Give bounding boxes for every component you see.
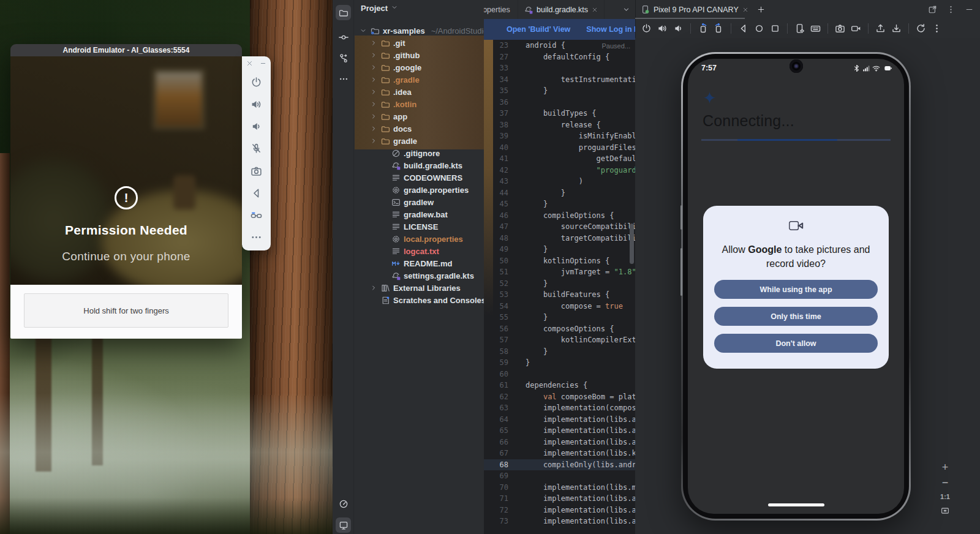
chevron-right-icon[interactable] [370, 51, 378, 59]
code-line-57[interactable]: 57 kotlinCompilerExtens [484, 334, 635, 346]
tree-item-local-properties[interactable]: local.properties [355, 233, 484, 245]
more-vert-icon[interactable] [946, 5, 956, 14]
code-line-62[interactable]: 62 val composeBom = platfor [484, 391, 635, 403]
reset-icon[interactable] [916, 23, 926, 34]
record-icon[interactable] [851, 23, 861, 34]
navigation-pill[interactable] [768, 503, 824, 506]
code-line-47[interactable]: 47 sourceCompatibility [484, 221, 635, 233]
touch-hint-box[interactable]: Hold shift for two fingers [24, 293, 228, 328]
close-icon[interactable] [592, 7, 598, 13]
code-line-49[interactable]: 49 } [484, 244, 635, 255]
zoom-in-button[interactable]: + [942, 462, 949, 472]
tree-item-readme-md[interactable]: README.md [355, 257, 484, 269]
camera-icon[interactable] [251, 165, 262, 177]
tree-item-gitignore[interactable]: .gitignore [355, 147, 484, 159]
fit-to-window-button[interactable] [940, 506, 950, 516]
tree-item-build-gradle-kts[interactable]: build.gradle.kts [355, 159, 484, 171]
code-line-43[interactable]: 43 ) [484, 176, 635, 187]
code-line-61[interactable]: 61dependencies { [484, 380, 635, 391]
chevron-down-icon[interactable] [360, 27, 368, 34]
code-line-52[interactable]: 52 } [484, 278, 635, 290]
folder-tool-icon[interactable] [336, 5, 351, 20]
code-line-54[interactable]: 54 compose = true [484, 301, 635, 312]
tree-item-docs[interactable]: docs [355, 122, 484, 135]
download-icon[interactable] [891, 23, 902, 34]
chevron-right-icon[interactable] [370, 113, 378, 120]
back-icon[interactable] [738, 23, 748, 34]
more-vert-icon[interactable] [932, 23, 942, 34]
editor-scrollbar[interactable] [630, 224, 634, 264]
code-line-34[interactable]: 34 testInstrumentationR [484, 74, 635, 86]
phone-screen[interactable]: 7:57 Connecting... Allow Google [688, 59, 904, 514]
chevron-right-icon[interactable] [370, 64, 378, 71]
code-line-55[interactable]: 55 } [484, 312, 635, 323]
tab-gradle-properties[interactable]: roperties [484, 0, 518, 19]
tree-item-external-libraries[interactable]: External Libraries [355, 282, 484, 294]
tree-item-gradle[interactable]: .gradle [355, 73, 484, 86]
zoom-out-button[interactable]: − [942, 478, 949, 487]
tree-item-git[interactable]: .git [355, 37, 484, 49]
code-line-71[interactable]: 71 implementation(libs.andr [484, 493, 635, 505]
tree-item-scratches-and-consoles[interactable]: Scratches and Consoles [355, 294, 484, 306]
popout-icon[interactable] [928, 5, 937, 14]
code-line-53[interactable]: 53 buildFeatures { [484, 289, 635, 301]
mic-off-icon[interactable] [251, 143, 262, 154]
tree-item-settings-gradle-kts[interactable]: settings.gradle.kts [355, 269, 484, 282]
devices-tool-icon[interactable] [336, 517, 351, 533]
chevron-right-icon[interactable] [370, 88, 378, 96]
permission-button-only-this-time[interactable]: Only this time [714, 307, 878, 326]
code-line-36[interactable]: 36 [484, 97, 635, 108]
tree-item-gradlew[interactable]: gradlew [355, 196, 484, 208]
code-line-40[interactable]: 40 proguardFiles( [484, 142, 635, 154]
code-line-50[interactable]: 50 kotlinOptions { [484, 255, 635, 267]
emulator-screen[interactable]: ! Permission Needed Continue on your pho… [10, 56, 242, 285]
rotate-ccw-icon[interactable] [698, 23, 708, 34]
code-line-72[interactable]: 72 implementation(libs.andr [484, 505, 635, 516]
code-line-37[interactable]: 37 buildTypes { [484, 108, 635, 119]
home-icon[interactable] [754, 23, 764, 34]
volume-down-icon[interactable] [673, 23, 684, 34]
glasses-icon[interactable] [251, 209, 262, 221]
tree-item-root[interactable]: xr-samples~/AndroidStudioProj [355, 24, 484, 37]
code-line-45[interactable]: 45 } [484, 198, 635, 210]
code-line-35[interactable]: 35 } [484, 85, 635, 97]
code-line-51[interactable]: 51 jvmTarget = "1.8" [484, 266, 635, 278]
code-line-46[interactable]: 46 compileOptions { [484, 210, 635, 222]
code-area[interactable]: 23android {Paused...27 defaultConfig {33… [484, 40, 635, 534]
show-log-in-finder-link[interactable]: Show Log in Finder [586, 25, 635, 34]
open-build-view-link[interactable]: Open 'Build' View [507, 25, 570, 34]
code-line-44[interactable]: 44 } [484, 187, 635, 199]
vcs-icon[interactable] [336, 50, 351, 66]
rotate-cw-icon[interactable] [714, 23, 724, 34]
tree-item-logcat-txt[interactable]: logcat.txt [355, 245, 484, 257]
code-line-58[interactable]: 58 } [484, 346, 635, 358]
code-line-65[interactable]: 65 implementation(libs.andr [484, 425, 635, 437]
chevron-right-icon[interactable] [370, 39, 378, 47]
volume-down-icon[interactable] [251, 121, 262, 132]
volume-up-icon[interactable] [251, 99, 262, 110]
chevron-right-icon[interactable] [370, 125, 378, 132]
more-icon[interactable] [336, 71, 351, 86]
commit-icon[interactable] [336, 29, 351, 45]
tree-item-github[interactable]: .github [355, 49, 484, 61]
project-tool-header[interactable]: Project [361, 4, 398, 13]
code-line-69[interactable]: 69 [484, 470, 635, 482]
tree-item-gradle[interactable]: gradle [355, 135, 484, 147]
keyboard-icon[interactable] [810, 23, 821, 34]
code-line-63[interactable]: 63 implementation(composeBo [484, 402, 635, 414]
close-icon[interactable] [742, 7, 748, 13]
chevron-down-icon[interactable] [622, 6, 630, 13]
emulator-titlebar[interactable]: Android Emulator - AI_Glasses:5554 [10, 44, 242, 56]
chevron-right-icon[interactable] [370, 137, 378, 145]
permission-button-don-t-allow[interactable]: Don't allow [714, 334, 878, 353]
tree-item-idea[interactable]: .idea [355, 86, 484, 98]
code-line-33[interactable]: 33 [484, 62, 635, 74]
code-line-39[interactable]: 39 isMinifyEnabled [484, 130, 635, 142]
code-line-56[interactable]: 56 composeOptions { [484, 323, 635, 335]
tree-item-gradle-properties[interactable]: gradle.properties [355, 184, 484, 196]
tree-item-kotlin[interactable]: .kotlin [355, 98, 484, 110]
tree-item-gradlew-bat[interactable]: gradlew.bat [355, 208, 484, 220]
new-tab-button[interactable] [757, 6, 765, 13]
gauge-icon[interactable] [336, 496, 351, 511]
tree-item-google[interactable]: .google [355, 61, 484, 73]
